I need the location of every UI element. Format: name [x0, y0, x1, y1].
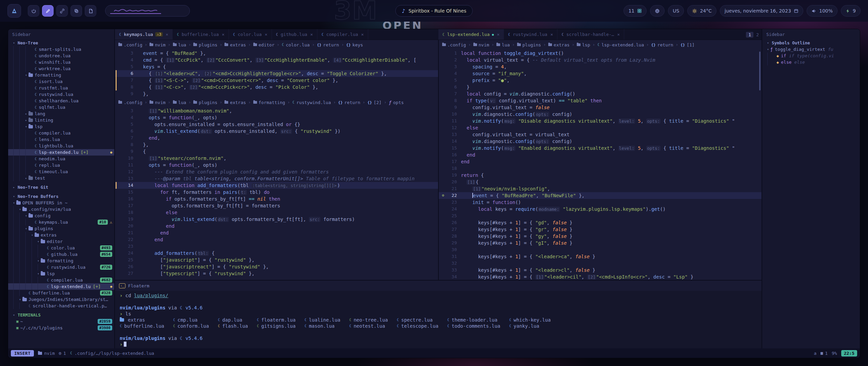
- breadcrumb-segment[interactable]: formatting: [253, 100, 285, 105]
- tree-item-github.lua[interactable]: ☾github.lua#654: [8, 251, 114, 258]
- tree-item-scrollbar-handle-vertical.p…[interactable]: ☾scrollbar-handle-vertical.p…: [8, 303, 114, 309]
- outline-item-if[interactable]: ◆ifif type(config.vi: [762, 53, 860, 59]
- tree-item-rustywind.lua[interactable]: ☾rustywind.lua#726: [8, 264, 114, 270]
- tree-item-color.lua[interactable]: ☾color.lua#493: [8, 245, 114, 251]
- tab-compiler.lua[interactable]: ☾compiler.lua×: [317, 29, 368, 40]
- tree-item-plugins[interactable]: ▾plugins: [8, 225, 114, 232]
- editor-lsp-extended-lua[interactable]: 1local function toggle_diag_virtext()2 l…: [439, 49, 762, 280]
- breadcrumb-segment[interactable]: {}[1]: [680, 42, 695, 47]
- breadcrumb-segment[interactable]: extras: [548, 42, 570, 47]
- breadcrumb-segment[interactable]: {}return: [651, 42, 673, 47]
- tab-close-icon[interactable]: ×: [265, 32, 268, 37]
- neotree-git-header[interactable]: ▸ Neo-Tree Git: [8, 184, 114, 190]
- tree-item-undotree.lua[interactable]: ☾undotree.lua: [8, 53, 114, 59]
- keyboard-layout-pill[interactable]: US: [668, 5, 684, 17]
- breadcrumb-segment[interactable]: nvim: [150, 100, 165, 105]
- tree-item-extras[interactable]: ▾extras: [8, 232, 114, 238]
- tab-close-icon[interactable]: ×: [617, 32, 620, 37]
- tree-item-timeout.lua[interactable]: ☾timeout.lua: [8, 168, 114, 175]
- breadcrumb-segment[interactable]: .config: [118, 100, 142, 105]
- topbar-input[interactable]: [105, 5, 190, 17]
- tab-color.lua[interactable]: ☾color.lua×: [229, 29, 272, 40]
- tab-close-icon[interactable]: ×: [222, 32, 224, 37]
- tree-item-rustfmt.lua[interactable]: ☾rustfmt.lua: [8, 85, 114, 91]
- tree-item-keymaps.lua[interactable]: ☾keymaps.lua#10⚠: [8, 219, 114, 225]
- workspaces-pill[interactable]: 11: [624, 5, 647, 17]
- updates-pill[interactable]: 9: [841, 5, 861, 17]
- tree-item-lang[interactable]: ▸lang: [8, 110, 114, 117]
- tree-item-neodim.lua[interactable]: ☾neodim.lua: [8, 156, 114, 162]
- outline-item-else[interactable]: ◆elseelse: [762, 59, 860, 65]
- tab-rustywind.lua[interactable]: ☾rustywind.lua×: [504, 29, 557, 40]
- breadcrumb-segment[interactable]: {}return: [338, 100, 360, 105]
- tab-github.lua[interactable]: ☾github.lua×: [272, 29, 317, 40]
- globe-pill[interactable]: [650, 5, 665, 17]
- tree-item-sqlfmt.lua[interactable]: ☾sqlfmt.lua: [8, 104, 114, 110]
- tab-bufferline.lua[interactable]: ☾bufferline.lua×: [173, 29, 229, 40]
- tree-item-.config/nvim/lua[interactable]: ▾.config/nvim/lua: [8, 206, 114, 212]
- tabpage-2[interactable]: 2: [756, 32, 759, 37]
- breadcrumb-segment[interactable]: {}return: [317, 42, 339, 47]
- terminal-output[interactable]: › cd lua/plugins/nvim/lua/plugins via ☾ …: [115, 291, 762, 348]
- breadcrumb-segment[interactable]: nvim: [473, 42, 489, 47]
- breadcrumb-segment[interactable]: ƒopts: [389, 100, 404, 105]
- volume-pill[interactable]: 100%: [807, 5, 837, 17]
- power-button[interactable]: [28, 5, 39, 17]
- file-button[interactable]: [85, 5, 96, 17]
- tree-item-lightbulb.lua[interactable]: ☾lightbulb.lua: [8, 143, 114, 149]
- tab-close-icon[interactable]: ×: [497, 32, 499, 37]
- tree-item-linting[interactable]: ▸linting: [8, 117, 114, 123]
- outline-item-toggle_diag_virtext[interactable]: ▾ƒtoggle_diag_virtextfu: [762, 46, 860, 53]
- breadcrumb-segment[interactable]: extras: [224, 42, 246, 47]
- tree-item-lsp-extended.lu[interactable]: ☾lsp-extended.lu[+]●: [8, 283, 114, 290]
- tree-item-lens.lua[interactable]: ☾lens.lua: [8, 136, 114, 143]
- breadcrumb-segment[interactable]: ☾rustywind.lua: [292, 100, 331, 105]
- breadcrumb-segment[interactable]: nvim: [150, 42, 165, 47]
- symbols-outline-header[interactable]: ▾ Symbols Outline: [762, 39, 860, 46]
- tabpage-1[interactable]: 1: [746, 32, 753, 38]
- tab-keymaps.lua[interactable]: ☾keymaps.lua⚠3×: [115, 29, 173, 40]
- tree-item-lsp[interactable]: ▾lsp: [8, 123, 114, 130]
- now-playing-pill[interactable]: ♪ Spiritbox - Rule Of Nines: [395, 5, 473, 17]
- link-button[interactable]: [56, 5, 68, 17]
- breadcrumb-segment[interactable]: plugins: [193, 42, 217, 47]
- breadcrumb-segment[interactable]: plugins: [193, 100, 217, 105]
- tree-item-repl.lua[interactable]: ☾repl.lua: [8, 162, 114, 168]
- breadcrumb-segment[interactable]: lsp: [577, 42, 590, 47]
- neotree-section-header[interactable]: ▾ Neo-Tree: [8, 39, 114, 46]
- tree-item-winshift.lua[interactable]: ☾winshift.lua: [8, 59, 114, 65]
- tree-item-OPEN BUFFERS in ~[interactable]: ▾OPEN BUFFERS in ~: [8, 200, 114, 206]
- breadcrumb-segment[interactable]: plugins: [517, 42, 541, 47]
- pen-button[interactable]: [42, 5, 54, 17]
- breadcrumb-segment[interactable]: lua: [496, 42, 510, 47]
- tab-close-icon[interactable]: ×: [361, 32, 364, 37]
- breadcrumb-segment[interactable]: editor: [253, 42, 275, 47]
- tree-item-smart-splits.lua[interactable]: ☾smart-splits.lua: [8, 46, 114, 53]
- tree-item-lsp[interactable]: ▾lsp: [8, 270, 114, 277]
- tree-item-Juegos/Indies/SteamLibrary/st…[interactable]: ▾Juegos/Indies/SteamLibrary/st…: [8, 296, 114, 303]
- tab-close-icon[interactable]: ×: [310, 32, 313, 37]
- tree-item-editor[interactable]: ▾editor: [8, 238, 114, 245]
- breadcrumb-segment[interactable]: ☾color.lua: [282, 42, 310, 47]
- terminals-header[interactable]: ▾ TERMINALS: [8, 311, 114, 318]
- tree-item-rustywind.lua[interactable]: ☾rustywind.lua: [8, 91, 114, 98]
- tree-item-bufferline.lua[interactable]: ☾bufferline.lua#328: [8, 290, 114, 296]
- tree-item-compiler.lua[interactable]: ☾compiler.lua#682: [8, 277, 114, 283]
- tree-item-formatting[interactable]: ▾formatting: [8, 258, 114, 264]
- tree-item-compiler.lua[interactable]: ☾compiler.lua: [8, 130, 114, 136]
- weather-pill[interactable]: 24°C: [687, 5, 716, 17]
- breadcrumb-segment[interactable]: .config: [118, 42, 142, 47]
- breadcrumb-segment[interactable]: lua: [173, 42, 186, 47]
- copy-button[interactable]: [71, 5, 82, 17]
- tree-item-~/.c/n/l/plugins[interactable]: ▣~/.c/n/l/plugins#3980: [8, 325, 114, 331]
- tab-close-icon[interactable]: ×: [550, 32, 553, 37]
- tree-item-config[interactable]: ▾config: [8, 212, 114, 219]
- breadcrumb-segment[interactable]: ☾lsp-extended.lua: [597, 42, 644, 47]
- tab-close-icon[interactable]: ×: [166, 32, 169, 37]
- tab-scrollbar-handle-…[interactable]: ☾scrollbar-handle-…×: [557, 29, 624, 40]
- tree-item-shellharden.lua[interactable]: ☾shellharden.lua: [8, 98, 114, 104]
- editor-color-lua[interactable]: 3 event = { "BufRead" },4 cmd = { [1]"Cc…: [115, 49, 438, 98]
- tree-item-isort.lua[interactable]: ☾isort.lua: [8, 78, 114, 85]
- breadcrumb-segment[interactable]: {}keys: [346, 42, 363, 47]
- breadcrumb-segment[interactable]: extras: [224, 100, 246, 105]
